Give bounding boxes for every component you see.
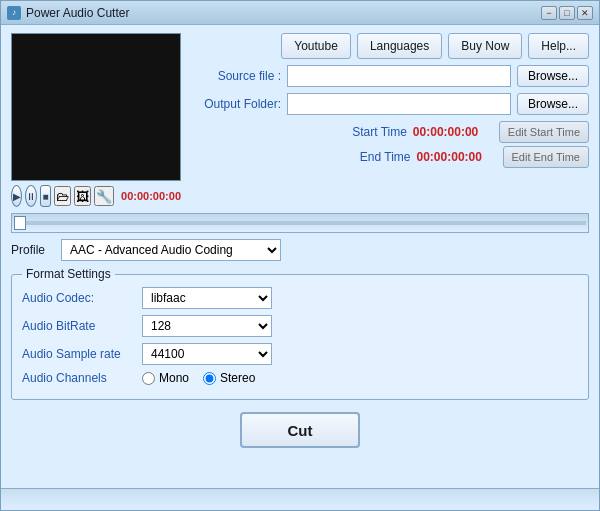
screenshot-button[interactable]: 🖼 [74,186,91,206]
codec-select[interactable]: libfaac libmp3lame libvorbis [142,287,272,309]
seek-track [26,221,586,225]
status-bar [1,488,599,510]
samplerate-label: Audio Sample rate [22,347,142,361]
right-panel: Youtube Languages Buy Now Help... Source… [191,33,589,207]
toolbar-row: Youtube Languages Buy Now Help... [191,33,589,59]
title-bar: ♪ Power Audio Cutter − □ ✕ [1,1,599,25]
end-time-value: 00:00:00:00 [417,150,497,164]
stop-button[interactable]: ■ [40,185,51,207]
output-folder-input[interactable] [287,93,511,115]
app-window: ♪ Power Audio Cutter − □ ✕ ▶ ⏸ ■ 🗁 🖼 🔧 0… [0,0,600,511]
seek-thumb[interactable] [14,216,26,230]
window-title: Power Audio Cutter [26,6,541,20]
profile-row: Profile AAC - Advanced Audio Coding MP3 … [11,239,589,261]
play-button[interactable]: ▶ [11,185,22,207]
edit-start-time-button[interactable]: Edit Start Time [499,121,589,143]
cut-section: Cut [11,406,589,454]
output-folder-label: Output Folder: [191,97,281,111]
start-time-row: Start Time 00:00:00:00 Edit Start Time [352,121,589,143]
pause-button[interactable]: ⏸ [25,185,37,207]
youtube-button[interactable]: Youtube [281,33,351,59]
video-panel: ▶ ⏸ ■ 🗁 🖼 🔧 00:00:00:00 [11,33,181,207]
profile-select[interactable]: AAC - Advanced Audio Coding MP3 OGG Vorb… [61,239,281,261]
source-file-row: Source file : Browse... [191,65,589,87]
bitrate-label: Audio BitRate [22,319,142,333]
mono-label: Mono [159,371,189,385]
edit-end-time-button[interactable]: Edit End Time [503,146,589,168]
minimize-button[interactable]: − [541,6,557,20]
codec-row: Audio Codec: libfaac libmp3lame libvorbi… [22,287,578,309]
mono-option[interactable]: Mono [142,371,189,385]
codec-label: Audio Codec: [22,291,142,305]
window-controls: − □ ✕ [541,6,593,20]
stereo-radio[interactable] [203,372,216,385]
video-preview [11,33,181,181]
open-file-button[interactable]: 🗁 [54,186,71,206]
languages-button[interactable]: Languages [357,33,442,59]
help-button[interactable]: Help... [528,33,589,59]
stereo-option[interactable]: Stereo [203,371,255,385]
times-section: Start Time 00:00:00:00 Edit Start Time E… [191,121,589,168]
source-file-label: Source file : [191,69,281,83]
end-time-row: End Time 00:00:00:00 Edit End Time [360,146,589,168]
stereo-label: Stereo [220,371,255,385]
format-settings-group: Format Settings Audio Codec: libfaac lib… [11,267,589,400]
source-browse-button[interactable]: Browse... [517,65,589,87]
transport-bar: ▶ ⏸ ■ 🗁 🖼 🔧 00:00:00:00 [11,185,181,207]
buy-now-button[interactable]: Buy Now [448,33,522,59]
close-button[interactable]: ✕ [577,6,593,20]
start-time-value: 00:00:00:00 [413,125,493,139]
source-file-input[interactable] [287,65,511,87]
samplerate-select[interactable]: 22050 44100 48000 [142,343,272,365]
timecode-display: 00:00:00:00 [121,190,181,202]
mono-radio[interactable] [142,372,155,385]
cut-button[interactable]: Cut [240,412,360,448]
app-icon: ♪ [7,6,21,20]
seek-bar[interactable] [11,213,589,233]
samplerate-row: Audio Sample rate 22050 44100 48000 [22,343,578,365]
bitrate-select[interactable]: 64 96 128 192 256 320 [142,315,272,337]
format-settings-legend: Format Settings [22,267,115,281]
output-folder-row: Output Folder: Browse... [191,93,589,115]
main-content: ▶ ⏸ ■ 🗁 🖼 🔧 00:00:00:00 Youtube Language… [1,25,599,488]
bitrate-row: Audio BitRate 64 96 128 192 256 320 [22,315,578,337]
output-browse-button[interactable]: Browse... [517,93,589,115]
channels-radio-group: Mono Stereo [142,371,255,385]
channels-label: Audio Channels [22,371,142,385]
end-time-label: End Time [360,150,411,164]
top-section: ▶ ⏸ ■ 🗁 🖼 🔧 00:00:00:00 Youtube Language… [11,33,589,207]
maximize-button[interactable]: □ [559,6,575,20]
settings-icon-button[interactable]: 🔧 [94,186,114,206]
start-time-label: Start Time [352,125,407,139]
profile-label: Profile [11,243,51,257]
channels-row: Audio Channels Mono Stereo [22,371,578,385]
